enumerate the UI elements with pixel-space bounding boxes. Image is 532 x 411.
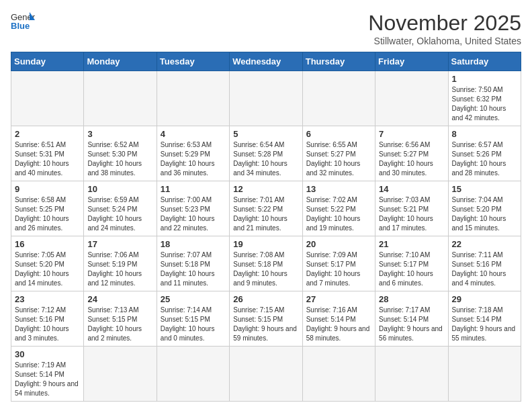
day-header-friday: Friday bbox=[375, 52, 448, 71]
day-number: 9 bbox=[15, 184, 80, 194]
day-cell bbox=[448, 347, 521, 402]
svg-text:Blue: Blue bbox=[11, 21, 30, 31]
day-cell bbox=[84, 71, 157, 126]
calendar-subtitle: Stillwater, Oklahoma, United States bbox=[368, 36, 521, 46]
day-number: 4 bbox=[161, 129, 226, 139]
day-cell: 19Sunrise: 7:08 AM Sunset: 5:18 PM Dayli… bbox=[230, 236, 302, 291]
day-info: Sunrise: 7:15 AM Sunset: 5:15 PM Dayligh… bbox=[233, 306, 298, 343]
day-cell: 8Sunrise: 6:57 AM Sunset: 5:26 PM Daylig… bbox=[448, 126, 521, 181]
page-header: General Blue November 2025 Stillwater, O… bbox=[11, 11, 521, 46]
day-cell: 13Sunrise: 7:02 AM Sunset: 5:22 PM Dayli… bbox=[302, 181, 375, 236]
day-number: 2 bbox=[15, 129, 80, 139]
day-number: 17 bbox=[87, 239, 152, 249]
day-cell: 30Sunrise: 7:19 AM Sunset: 5:14 PM Dayli… bbox=[11, 347, 84, 402]
day-info: Sunrise: 7:00 AM Sunset: 5:23 PM Dayligh… bbox=[161, 195, 226, 233]
day-cell: 17Sunrise: 7:06 AM Sunset: 5:19 PM Dayli… bbox=[84, 236, 157, 291]
week-row-2: 9Sunrise: 6:58 AM Sunset: 5:25 PM Daylig… bbox=[11, 181, 521, 236]
day-cell: 3Sunrise: 6:52 AM Sunset: 5:30 PM Daylig… bbox=[84, 126, 157, 181]
day-number: 6 bbox=[306, 129, 371, 139]
day-cell: 26Sunrise: 7:15 AM Sunset: 5:15 PM Dayli… bbox=[230, 291, 302, 347]
day-cell: 21Sunrise: 7:10 AM Sunset: 5:17 PM Dayli… bbox=[375, 236, 448, 291]
day-info: Sunrise: 6:54 AM Sunset: 5:28 PM Dayligh… bbox=[233, 140, 298, 178]
day-number: 12 bbox=[233, 184, 298, 194]
day-info: Sunrise: 6:52 AM Sunset: 5:30 PM Dayligh… bbox=[87, 140, 152, 178]
day-number: 11 bbox=[161, 184, 226, 194]
day-number: 30 bbox=[15, 349, 80, 359]
day-info: Sunrise: 6:57 AM Sunset: 5:26 PM Dayligh… bbox=[452, 140, 517, 178]
day-cell bbox=[302, 347, 375, 402]
calendar-table: SundayMondayTuesdayWednesdayThursdayFrid… bbox=[11, 52, 521, 402]
day-info: Sunrise: 7:05 AM Sunset: 5:20 PM Dayligh… bbox=[15, 250, 80, 288]
day-number: 10 bbox=[87, 184, 152, 194]
day-cell bbox=[11, 71, 84, 126]
day-cell: 10Sunrise: 6:59 AM Sunset: 5:24 PM Dayli… bbox=[84, 181, 157, 236]
day-cell: 29Sunrise: 7:18 AM Sunset: 5:14 PM Dayli… bbox=[448, 291, 521, 347]
day-cell bbox=[230, 347, 302, 402]
day-cell: 20Sunrise: 7:09 AM Sunset: 5:17 PM Dayli… bbox=[302, 236, 375, 291]
logo: General Blue bbox=[11, 11, 35, 31]
week-row-0: 1Sunrise: 7:50 AM Sunset: 6:32 PM Daylig… bbox=[11, 71, 521, 126]
day-cell: 5Sunrise: 6:54 AM Sunset: 5:28 PM Daylig… bbox=[230, 126, 302, 181]
day-cell: 25Sunrise: 7:14 AM Sunset: 5:15 PM Dayli… bbox=[157, 291, 229, 347]
week-row-3: 16Sunrise: 7:05 AM Sunset: 5:20 PM Dayli… bbox=[11, 236, 521, 291]
day-info: Sunrise: 7:50 AM Sunset: 6:32 PM Dayligh… bbox=[452, 85, 517, 123]
day-number: 29 bbox=[452, 294, 517, 304]
day-info: Sunrise: 6:55 AM Sunset: 5:27 PM Dayligh… bbox=[306, 140, 371, 178]
week-row-1: 2Sunrise: 6:51 AM Sunset: 5:31 PM Daylig… bbox=[11, 126, 521, 181]
day-cell bbox=[157, 347, 229, 402]
day-info: Sunrise: 7:07 AM Sunset: 5:18 PM Dayligh… bbox=[161, 250, 226, 288]
day-number: 5 bbox=[233, 129, 298, 139]
day-cell: 7Sunrise: 6:56 AM Sunset: 5:27 PM Daylig… bbox=[375, 126, 448, 181]
day-cell: 24Sunrise: 7:13 AM Sunset: 5:15 PM Dayli… bbox=[84, 291, 157, 347]
day-header-thursday: Thursday bbox=[302, 52, 375, 71]
day-cell: 16Sunrise: 7:05 AM Sunset: 5:20 PM Dayli… bbox=[11, 236, 84, 291]
day-cell: 27Sunrise: 7:16 AM Sunset: 5:14 PM Dayli… bbox=[302, 291, 375, 347]
day-number: 7 bbox=[379, 129, 444, 139]
day-header-tuesday: Tuesday bbox=[157, 52, 229, 71]
day-info: Sunrise: 6:51 AM Sunset: 5:31 PM Dayligh… bbox=[15, 140, 80, 178]
day-cell: 23Sunrise: 7:12 AM Sunset: 5:16 PM Dayli… bbox=[11, 291, 84, 347]
day-cell: 6Sunrise: 6:55 AM Sunset: 5:27 PM Daylig… bbox=[302, 126, 375, 181]
day-number: 24 bbox=[87, 294, 152, 304]
day-cell: 9Sunrise: 6:58 AM Sunset: 5:25 PM Daylig… bbox=[11, 181, 84, 236]
day-info: Sunrise: 7:13 AM Sunset: 5:15 PM Dayligh… bbox=[87, 306, 152, 343]
day-info: Sunrise: 7:14 AM Sunset: 5:15 PM Dayligh… bbox=[161, 306, 226, 343]
day-header-monday: Monday bbox=[84, 52, 157, 71]
day-info: Sunrise: 7:18 AM Sunset: 5:14 PM Dayligh… bbox=[452, 306, 517, 343]
day-number: 15 bbox=[452, 184, 517, 194]
day-number: 28 bbox=[379, 294, 444, 304]
logo-icon: General Blue bbox=[11, 11, 35, 31]
day-cell bbox=[157, 71, 229, 126]
title-area: November 2025 Stillwater, Oklahoma, Unit… bbox=[368, 11, 521, 46]
day-number: 3 bbox=[87, 129, 152, 139]
day-cell bbox=[375, 71, 448, 126]
day-cell: 28Sunrise: 7:17 AM Sunset: 5:14 PM Dayli… bbox=[375, 291, 448, 347]
day-cell bbox=[375, 347, 448, 402]
day-header-sunday: Sunday bbox=[11, 52, 84, 71]
day-cell: 12Sunrise: 7:01 AM Sunset: 5:22 PM Dayli… bbox=[230, 181, 302, 236]
day-number: 13 bbox=[306, 184, 371, 194]
day-cell bbox=[302, 71, 375, 126]
day-info: Sunrise: 6:58 AM Sunset: 5:25 PM Dayligh… bbox=[15, 195, 80, 233]
day-number: 27 bbox=[306, 294, 371, 304]
day-number: 16 bbox=[15, 239, 80, 249]
day-info: Sunrise: 7:10 AM Sunset: 5:17 PM Dayligh… bbox=[379, 250, 444, 288]
day-info: Sunrise: 7:03 AM Sunset: 5:21 PM Dayligh… bbox=[379, 195, 444, 233]
day-header-saturday: Saturday bbox=[448, 52, 521, 71]
week-row-5: 30Sunrise: 7:19 AM Sunset: 5:14 PM Dayli… bbox=[11, 347, 521, 402]
day-info: Sunrise: 7:06 AM Sunset: 5:19 PM Dayligh… bbox=[87, 250, 152, 288]
day-number: 18 bbox=[161, 239, 226, 249]
calendar-title: November 2025 bbox=[368, 11, 521, 36]
day-info: Sunrise: 7:01 AM Sunset: 5:22 PM Dayligh… bbox=[233, 195, 298, 233]
day-info: Sunrise: 6:59 AM Sunset: 5:24 PM Dayligh… bbox=[87, 195, 152, 233]
day-cell: 4Sunrise: 6:53 AM Sunset: 5:29 PM Daylig… bbox=[157, 126, 229, 181]
day-cell: 15Sunrise: 7:04 AM Sunset: 5:20 PM Dayli… bbox=[448, 181, 521, 236]
day-header-wednesday: Wednesday bbox=[230, 52, 302, 71]
day-number: 25 bbox=[161, 294, 226, 304]
day-info: Sunrise: 6:53 AM Sunset: 5:29 PM Dayligh… bbox=[161, 140, 226, 178]
day-info: Sunrise: 7:04 AM Sunset: 5:20 PM Dayligh… bbox=[452, 195, 517, 233]
day-cell: 18Sunrise: 7:07 AM Sunset: 5:18 PM Dayli… bbox=[157, 236, 229, 291]
header-row: SundayMondayTuesdayWednesdayThursdayFrid… bbox=[11, 52, 521, 71]
day-info: Sunrise: 7:12 AM Sunset: 5:16 PM Dayligh… bbox=[15, 306, 80, 343]
day-number: 19 bbox=[233, 239, 298, 249]
